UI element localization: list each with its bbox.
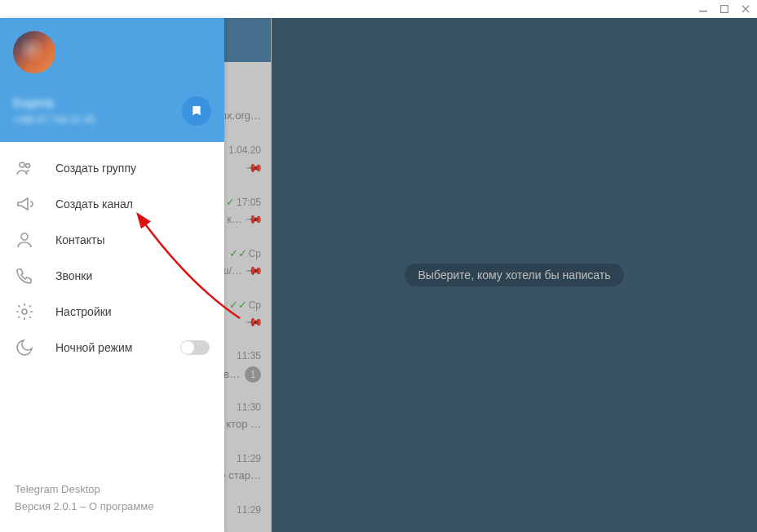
profile-phone: +380 67 744 21 45 — [13, 114, 95, 126]
night-mode-toggle[interactable] — [180, 340, 210, 355]
svg-point-4 — [21, 233, 28, 240]
menu-night-mode[interactable]: Ночной режим — [0, 330, 224, 366]
minimize-button[interactable] — [698, 4, 708, 14]
menu-label: Создать группу — [55, 162, 136, 175]
svg-point-5 — [22, 309, 27, 314]
menu-new-channel[interactable]: Создать канал — [0, 186, 224, 222]
menu-contacts[interactable]: Контакты — [0, 222, 224, 258]
menu-label: Настройки — [55, 305, 112, 318]
megaphone-icon — [15, 194, 34, 214]
drawer-menu: Создать группу Создать канал Контакты Зв… — [0, 142, 224, 481]
avatar[interactable] — [13, 31, 55, 73]
window-titlebar — [0, 0, 757, 18]
svg-rect-0 — [699, 11, 707, 12]
close-button[interactable] — [741, 4, 750, 14]
saved-messages-button[interactable] — [182, 96, 211, 126]
menu-label: Звонки — [55, 269, 92, 282]
side-drawer: Eugeniy +380 67 744 21 45 Создать группу… — [0, 18, 224, 532]
svg-point-2 — [20, 162, 24, 167]
maximize-button[interactable] — [719, 4, 729, 14]
menu-label: Создать канал — [55, 197, 133, 211]
svg-point-3 — [26, 164, 30, 168]
menu-new-group[interactable]: Создать группу — [0, 150, 224, 186]
svg-rect-1 — [721, 6, 728, 13]
menu-calls[interactable]: Звонки — [0, 258, 224, 294]
app-version[interactable]: Версия 2.0.1 – О программе — [15, 499, 210, 516]
gear-icon — [15, 302, 34, 321]
bookmark-icon — [190, 104, 203, 117]
group-icon — [15, 158, 34, 178]
profile-name: Eugeniy — [13, 96, 55, 109]
moon-icon — [15, 338, 34, 357]
menu-settings[interactable]: Настройки — [0, 294, 224, 330]
drawer-footer: Telegram Desktop Версия 2.0.1 – О програ… — [0, 481, 224, 532]
menu-label: Ночной режим — [55, 341, 132, 354]
phone-icon — [15, 266, 34, 286]
app-name: Telegram Desktop — [15, 481, 210, 499]
person-icon — [15, 230, 34, 250]
drawer-header: Eugeniy +380 67 744 21 45 — [0, 18, 224, 142]
menu-label: Контакты — [55, 233, 104, 246]
